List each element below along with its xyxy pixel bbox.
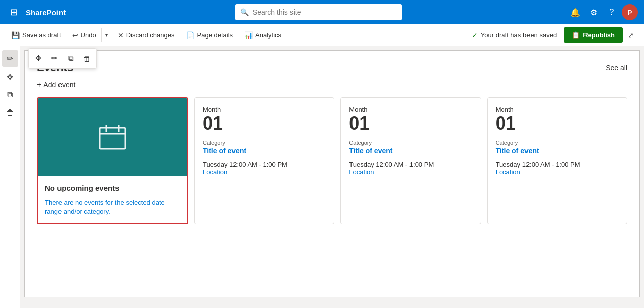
- draft-saved-status: ✓ Your draft has been saved: [472, 31, 557, 39]
- save-draft-button[interactable]: 💾 Save as draft: [6, 28, 66, 42]
- sidebar-delete-icon[interactable]: 🗑: [2, 105, 18, 121]
- expand-icon[interactable]: ⤢: [624, 28, 638, 42]
- event-location-2[interactable]: Location: [349, 168, 472, 176]
- event-time-1: Tuesday 12:00 AM - 1:00 PM: [203, 161, 326, 168]
- undo-group: ↩ Undo ▾: [67, 28, 111, 42]
- event-time-2: Tuesday 12:00 AM - 1:00 PM: [349, 161, 472, 168]
- event-month-3: Month: [496, 106, 619, 113]
- action-bar: 💾 Save as draft ↩ Undo ▾ ✕ Discard chang…: [0, 24, 644, 46]
- search-icon: 🔍: [240, 8, 249, 16]
- events-grid: No upcoming events There are no events f…: [37, 97, 627, 224]
- event-month-2: Month: [349, 106, 472, 113]
- sidebar-move-icon[interactable]: ✥: [2, 69, 18, 85]
- discard-changes-button[interactable]: ✕ Discard changes: [112, 28, 180, 42]
- topbar-icons: 🔔 ⚙ ? P: [567, 4, 638, 20]
- event-category-1: Category: [203, 140, 326, 146]
- check-icon: ✓: [472, 31, 478, 39]
- no-events-body: No upcoming events There are no events f…: [38, 176, 187, 223]
- event-day-2: 01: [349, 113, 472, 134]
- help-icon[interactable]: ?: [604, 4, 620, 20]
- analytics-button[interactable]: 📊 Analytics: [239, 28, 286, 42]
- page-canvas: Events See all + Add event No upco: [24, 50, 640, 297]
- search-bar[interactable]: 🔍: [235, 4, 402, 20]
- event-title-3[interactable]: Title of event: [496, 147, 619, 155]
- notifications-icon[interactable]: 🔔: [567, 4, 583, 20]
- undo-dropdown[interactable]: ▾: [101, 28, 111, 42]
- event-title-2[interactable]: Title of event: [349, 147, 472, 155]
- event-time-3: Tuesday 12:00 AM - 1:00 PM: [496, 161, 619, 168]
- svg-rect-0: [100, 128, 125, 149]
- undo-icon: ↩: [72, 31, 78, 39]
- events-header: Events See all: [37, 61, 627, 74]
- float-delete-button[interactable]: 🗑: [79, 51, 94, 66]
- plus-icon: +: [37, 80, 41, 89]
- avatar[interactable]: P: [622, 4, 638, 20]
- settings-icon[interactable]: ⚙: [586, 4, 602, 20]
- sidebar-edit-icon[interactable]: ✏: [2, 50, 18, 67]
- main-content: Events See all + Add event No upco: [20, 46, 644, 308]
- republish-icon: 📋: [572, 31, 580, 39]
- event-card-2[interactable]: Month 01 Category Title of event Tuesday…: [340, 97, 481, 224]
- no-events-desc: There are no events for the selected dat…: [45, 198, 180, 216]
- event-location-1[interactable]: Location: [203, 168, 326, 176]
- add-event-button[interactable]: + Add event: [37, 80, 627, 89]
- search-input[interactable]: [253, 8, 397, 16]
- event-month-1: Month: [203, 106, 326, 113]
- event-location-3[interactable]: Location: [496, 168, 619, 176]
- republish-button[interactable]: 📋 Republish: [564, 27, 623, 43]
- undo-button[interactable]: ↩ Undo: [67, 28, 101, 42]
- top-navigation: ⊞ SharePoint 🔍 🔔 ⚙ ? P: [0, 0, 644, 24]
- selected-event-card[interactable]: No upcoming events There are no events f…: [37, 97, 188, 224]
- see-all-link[interactable]: See all: [606, 64, 627, 72]
- event-category-3: Category: [496, 140, 619, 146]
- event-card-image: [38, 98, 187, 176]
- float-copy-button[interactable]: ⧉: [63, 51, 78, 66]
- discard-icon: ✕: [118, 31, 124, 39]
- float-toolbar: ✥ ✏ ⧉ 🗑: [28, 48, 97, 69]
- left-sidebar: ✏ ✥ ⧉ 🗑: [0, 46, 20, 308]
- page-details-button[interactable]: 📄 Page details: [181, 28, 239, 42]
- no-events-title: No upcoming events: [45, 183, 180, 192]
- event-card-1[interactable]: Month 01 Category Title of event Tuesday…: [194, 97, 334, 224]
- event-card-3[interactable]: Month 01 Category Title of event Tuesday…: [487, 97, 627, 224]
- save-icon: 💾: [11, 31, 20, 39]
- event-day-3: 01: [496, 113, 619, 134]
- event-day-1: 01: [203, 113, 326, 134]
- waffle-icon[interactable]: ⊞: [6, 5, 22, 20]
- float-edit-button[interactable]: ✏: [47, 51, 62, 66]
- sidebar-copy-icon[interactable]: ⧉: [2, 87, 18, 103]
- event-category-2: Category: [349, 140, 472, 146]
- float-move-button[interactable]: ✥: [31, 51, 46, 66]
- page-details-icon: 📄: [186, 31, 195, 39]
- app-logo: SharePoint: [26, 8, 66, 17]
- analytics-icon: 📊: [244, 31, 253, 39]
- event-title-1[interactable]: Title of event: [203, 147, 326, 155]
